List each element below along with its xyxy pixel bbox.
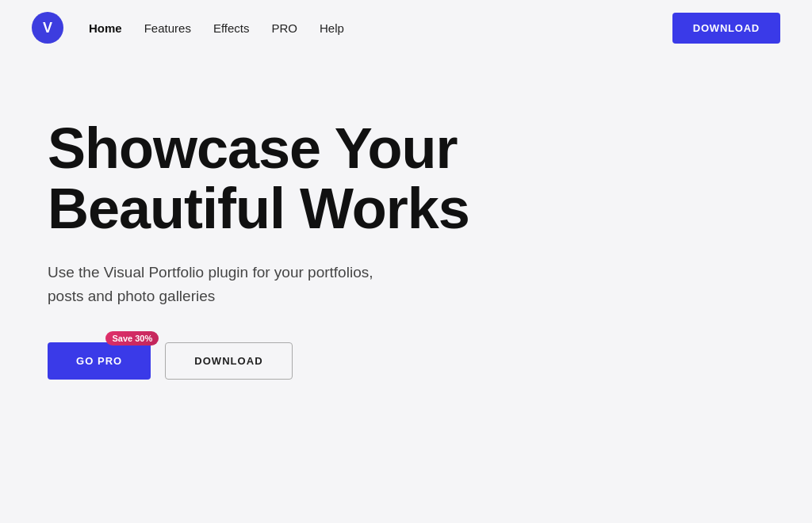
hero-headline-line1: Showcase Your	[48, 116, 458, 180]
header-download-button[interactable]: DOWNLOAD	[672, 13, 780, 44]
hero-subtext: Use the Visual Portfolio plugin for your…	[48, 261, 389, 307]
hero-section: Showcase Your Beautiful Works Use the Vi…	[0, 55, 812, 380]
hero-headline: Showcase Your Beautiful Works	[48, 119, 603, 239]
save-badge: Save 30%	[105, 331, 159, 345]
nav-item-home[interactable]: Home	[89, 21, 122, 35]
hero-cta-buttons: Save 30% GO PRO DOWNLOAD	[48, 342, 764, 380]
go-pro-button[interactable]: GO PRO	[48, 342, 151, 380]
hero-download-button[interactable]: DOWNLOAD	[165, 342, 292, 380]
go-pro-wrapper: Save 30% GO PRO	[48, 342, 151, 380]
logo[interactable]: V	[32, 12, 63, 44]
header-left: V Home Features Effects PRO Help	[32, 12, 344, 44]
nav-item-features[interactable]: Features	[144, 21, 191, 35]
nav-item-help[interactable]: Help	[320, 21, 344, 35]
nav-item-pro[interactable]: PRO	[271, 21, 297, 35]
main-nav: Home Features Effects PRO Help	[89, 21, 344, 35]
nav-item-effects[interactable]: Effects	[213, 21, 250, 35]
logo-letter: V	[43, 20, 52, 36]
site-header: V Home Features Effects PRO Help DOWNLOA…	[0, 0, 812, 55]
hero-headline-line2: Beautiful Works	[48, 177, 469, 240]
